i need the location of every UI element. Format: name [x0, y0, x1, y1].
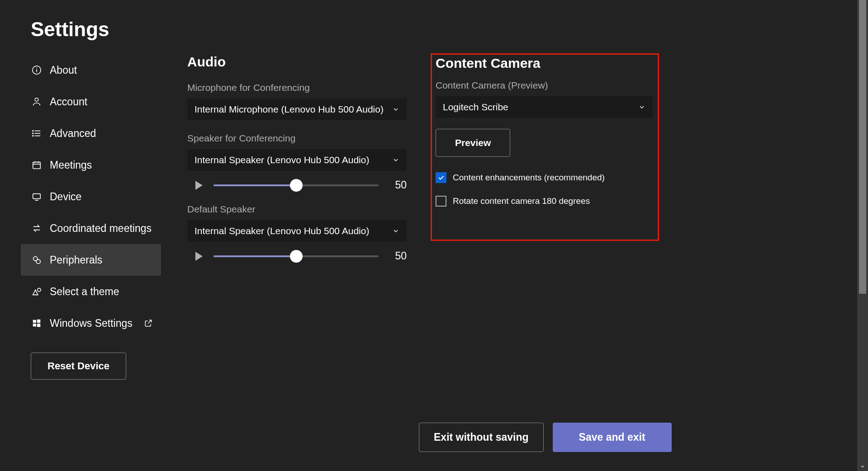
sidebar-item-windows-settings[interactable]: Windows Settings	[21, 307, 161, 339]
save-and-exit-button[interactable]: Save and exit	[553, 423, 672, 452]
microphone-label: Microphone for Conferencing	[187, 82, 413, 93]
audio-heading: Audio	[187, 54, 413, 70]
play-test-sound-button[interactable]	[195, 181, 203, 190]
svg-point-9	[33, 136, 33, 137]
content-enhancements-checkbox[interactable]	[436, 172, 446, 183]
sidebar-item-account[interactable]: Account	[21, 86, 161, 118]
default-speaker-value: Internal Speaker (Lenovo Hub 500 Audio)	[194, 226, 369, 236]
svg-rect-10	[33, 162, 41, 169]
info-circle-icon	[31, 64, 43, 76]
slider-thumb[interactable]	[290, 179, 303, 192]
sidebar-item-advanced[interactable]: Advanced	[21, 118, 161, 149]
sidebar-item-label: Select a theme	[50, 286, 119, 298]
content-camera-label: Content Camera (Preview)	[436, 80, 652, 91]
chevron-down-icon	[392, 106, 399, 113]
svg-point-18	[38, 288, 41, 292]
microphone-dropdown[interactable]: Internal Microphone (Lenovo Hub 500 Audi…	[187, 99, 407, 120]
speaker-volume-slider[interactable]	[213, 184, 379, 186]
chevron-down-icon	[392, 227, 399, 235]
default-speaker-volume-value: 50	[389, 250, 407, 262]
page-title: Settings	[31, 18, 109, 41]
content-camera-dropdown[interactable]: Logitech Scribe	[436, 96, 653, 118]
default-speaker-label: Default Speaker	[187, 204, 413, 215]
rotate-camera-checkbox[interactable]	[436, 196, 446, 207]
svg-rect-20	[37, 320, 40, 323]
settings-sidebar: About Account Advanced Meetings Device C…	[21, 54, 161, 380]
content-camera-heading: Content Camera	[436, 56, 652, 71]
monitor-icon	[31, 191, 43, 203]
sidebar-item-label: Advanced	[50, 127, 96, 140]
sidebar-item-label: Device	[50, 191, 81, 203]
sidebar-item-peripherals[interactable]: Peripherals	[21, 244, 161, 276]
chevron-down-icon	[392, 156, 399, 164]
svg-point-17	[36, 259, 40, 264]
sidebar-item-label: Account	[50, 96, 87, 108]
sidebar-item-label: Meetings	[50, 159, 92, 171]
external-link-icon	[144, 319, 153, 328]
speaker-value: Internal Speaker (Lenovo Hub 500 Audio)	[194, 155, 369, 165]
vertical-scrollbar[interactable]	[857, 0, 868, 471]
rotate-camera-label: Rotate content camera 180 degrees	[453, 196, 590, 206]
list-icon	[31, 127, 43, 139]
swap-arrows-icon	[31, 222, 43, 234]
footer-buttons: Exit without saving Save and exit	[419, 423, 672, 452]
shapes-icon	[31, 286, 43, 297]
windows-icon	[31, 317, 43, 329]
microphone-value: Internal Microphone (Lenovo Hub 500 Audi…	[194, 104, 384, 115]
default-speaker-volume-slider[interactable]	[213, 255, 379, 257]
sidebar-item-label: Peripherals	[50, 254, 102, 266]
svg-point-8	[33, 133, 33, 134]
sidebar-item-device[interactable]: Device	[21, 181, 161, 212]
svg-rect-14	[33, 194, 41, 199]
svg-rect-19	[33, 320, 36, 323]
audio-panel: Audio Microphone for Conferencing Intern…	[187, 54, 413, 262]
svg-rect-22	[37, 324, 40, 327]
svg-rect-21	[33, 324, 36, 326]
svg-point-2	[36, 68, 37, 69]
peripherals-icon	[31, 254, 43, 266]
exit-without-saving-button[interactable]: Exit without saving	[419, 423, 544, 452]
speaker-dropdown[interactable]: Internal Speaker (Lenovo Hub 500 Audio)	[187, 149, 407, 171]
speaker-volume-value: 50	[389, 179, 407, 191]
scroll-down-arrow-icon[interactable]	[859, 463, 866, 470]
sidebar-item-about[interactable]: About	[21, 54, 161, 86]
svg-point-7	[33, 131, 33, 132]
preview-button[interactable]: Preview	[436, 129, 510, 157]
speaker-label: Speaker for Conferencing	[187, 133, 413, 144]
chevron-down-icon	[638, 104, 645, 111]
sidebar-item-label: Coordinated meetings	[50, 222, 152, 235]
sidebar-item-theme[interactable]: Select a theme	[21, 276, 161, 307]
content-enhancements-label: Content enhancements (recommended)	[453, 173, 605, 183]
calendar-icon	[31, 159, 43, 171]
content-camera-panel: Content Camera Content Camera (Preview) …	[431, 53, 659, 241]
scrollbar-thumb[interactable]	[859, 0, 866, 294]
default-speaker-dropdown[interactable]: Internal Speaker (Lenovo Hub 500 Audio)	[187, 220, 407, 242]
person-icon	[31, 96, 43, 108]
content-camera-value: Logitech Scribe	[443, 102, 508, 113]
svg-point-3	[35, 98, 38, 101]
sidebar-item-meetings[interactable]: Meetings	[21, 149, 161, 181]
sidebar-item-label: Windows Settings	[50, 317, 133, 330]
sidebar-item-coord-meetings[interactable]: Coordinated meetings	[21, 212, 161, 244]
play-test-sound-button[interactable]	[195, 252, 203, 261]
slider-thumb[interactable]	[290, 250, 303, 263]
sidebar-item-label: About	[50, 64, 77, 76]
reset-device-button[interactable]: Reset Device	[31, 353, 126, 380]
